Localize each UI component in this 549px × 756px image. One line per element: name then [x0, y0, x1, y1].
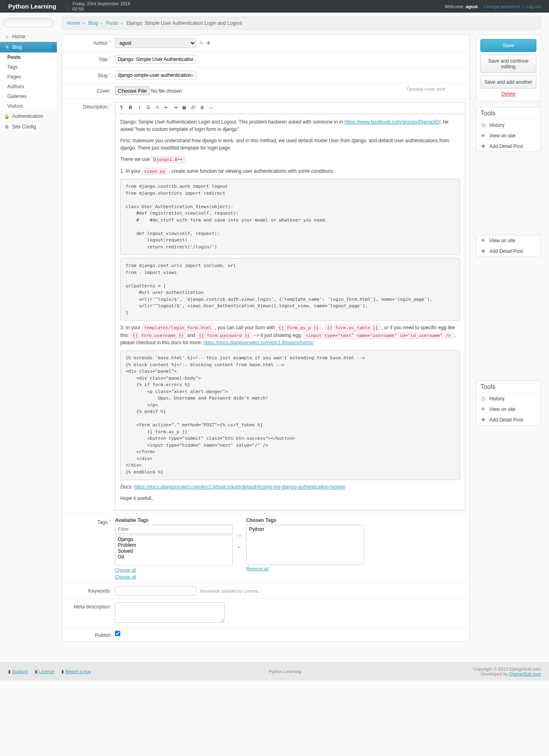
header-time: 02:59 — [72, 7, 84, 11]
clock-icon — [65, 4, 70, 9]
sidebar-item-visitors[interactable]: Visitors — [2, 101, 57, 111]
save-button[interactable]: Save — [480, 39, 536, 52]
sidebar-search — [3, 18, 54, 27]
chosen-tags-header: Chosen Tags — [246, 517, 364, 523]
footer-djangosuit-link[interactable]: DjangoSuit.com — [509, 671, 541, 676]
tools-box-2: 👁View on site ✚Add Detail Post — [476, 235, 541, 257]
docs-forms-link[interactable]: https://docs.djangoproject.com/en/1.9/to… — [204, 340, 314, 345]
breadcrumb: Home» Blog» Posts» Django: Simple User A… — [62, 17, 541, 30]
label-metadesc: Meta description: — [74, 604, 111, 610]
title-input[interactable] — [115, 55, 196, 64]
breadcrumb-current: Django: Simple User Authentication Login… — [126, 20, 242, 26]
change-password-link[interactable]: Change password — [484, 4, 520, 9]
metadesc-textarea[interactable] — [115, 602, 225, 623]
tool-add[interactable]: ✚Add Detail Post — [476, 141, 540, 152]
link-icon[interactable]: 🔗 — [189, 105, 197, 111]
breadcrumb-home[interactable]: Home — [67, 20, 80, 26]
choose-all-link-2[interactable]: Choose all — [115, 574, 136, 579]
save-continue-button[interactable]: Save and continue editing — [480, 54, 536, 73]
arrow-right-icon[interactable]: → — [237, 533, 242, 539]
code-block-3: {% extends 'base.html' %}<!-- this just … — [120, 350, 460, 480]
label-slug: Slug: — [98, 73, 109, 78]
italic-icon[interactable]: I — [135, 105, 144, 111]
tool-history[interactable]: ◷History — [476, 120, 540, 130]
save-add-button[interactable]: Save and add another — [480, 76, 536, 89]
bold-icon[interactable]: B — [126, 105, 135, 111]
tool-view-3[interactable]: 👁View on site — [476, 404, 540, 415]
choose-all-link[interactable]: Choose all — [115, 567, 136, 572]
hr-icon[interactable]: — — [206, 105, 215, 111]
label-description: Description: — [83, 104, 109, 110]
breadcrumb-blog[interactable]: Blog — [88, 20, 98, 26]
choose-file-button[interactable]: Choose File — [115, 87, 150, 95]
footer-licence-link[interactable]: Licence — [39, 669, 54, 674]
search-input[interactable] — [3, 18, 54, 27]
fb-link[interactable]: https://www.facebook.com/groups/DjangoID… — [344, 119, 440, 125]
pencil-icon[interactable]: ✎ — [199, 40, 203, 46]
tool-view-2[interactable]: 👁View on site — [476, 235, 540, 246]
image-icon[interactable]: ▦ — [180, 105, 189, 111]
slug-input[interactable] — [115, 71, 196, 80]
remove-all-link[interactable]: Remove all — [246, 566, 269, 571]
tool-add-3[interactable]: ✚Add Detail Post — [476, 415, 540, 425]
pilcrow-icon[interactable]: ¶ — [117, 105, 126, 111]
tool-history-3[interactable]: ◷History — [476, 393, 540, 404]
cover-help: Optional cover post — [406, 87, 445, 91]
sidebar-item-authors[interactable]: Authors — [2, 82, 57, 91]
no-file-text: No file chosen — [151, 88, 182, 94]
available-tags-list[interactable]: Django Problem Solved Git — [115, 535, 233, 566]
outdent-icon[interactable]: ⇤ — [162, 105, 171, 111]
breadcrumb-posts[interactable]: Posts — [106, 20, 118, 26]
lock-icon: 🔒 — [4, 114, 10, 119]
tool-view[interactable]: 👁View on site — [476, 130, 540, 141]
logout-link[interactable]: Log out — [526, 4, 541, 9]
plus-icon[interactable]: ✚ — [206, 40, 210, 46]
arrow-left-icon[interactable]: ← — [237, 544, 242, 550]
keywords-input[interactable] — [115, 587, 196, 595]
rich-text-editor: ¶ B I ☰ ≡ ⇤ ⇥ ▦ 🔗 ≣ — — [115, 102, 465, 511]
sidebar-item-galleries[interactable]: Galleries — [2, 91, 57, 101]
sidebar-item-blog[interactable]: ✎Blog — [0, 42, 57, 52]
publish-checkbox[interactable] — [115, 631, 120, 636]
keywords-help: Keywords sparate by comma. — [200, 589, 259, 593]
docs-auth-link[interactable]: https://docs.djangoproject.com/en/1.9/to… — [134, 484, 345, 490]
action-buttons-box: Save Save and continue editing Save and … — [476, 35, 541, 101]
list-ol-icon[interactable]: ≡ — [153, 105, 162, 111]
tools-header: Tools — [476, 107, 540, 120]
chosen-tags-list[interactable]: Python — [246, 525, 364, 565]
tool-add-2[interactable]: ✚Add Detail Post — [476, 246, 540, 256]
bookmark-icon: ▮ — [8, 669, 11, 674]
tools-box-1: Tools ◷History 👁View on site ✚Add Detail… — [476, 107, 541, 152]
label-tags: Tags: — [97, 519, 109, 525]
delete-link[interactable]: Delete — [501, 91, 516, 97]
code-block-2: from django.conf.urls import include, ur… — [120, 258, 460, 321]
indent-icon[interactable]: ⇥ — [171, 105, 180, 111]
code-block-1: from django.contrib.auth import logout f… — [120, 179, 460, 255]
sidebar-item-home[interactable]: ⌂Home — [0, 31, 57, 42]
tag-filter-input[interactable] — [115, 525, 233, 534]
footer-report-link[interactable]: Report a bug — [65, 669, 91, 674]
form-area: Author:* agust ✎ ✚ Title:* Slug:* — [62, 35, 470, 642]
eye-icon: 👁 — [480, 133, 486, 139]
align-icon[interactable]: ≣ — [197, 105, 206, 111]
editor-body[interactable]: Django: Simple User Authentication Login… — [115, 114, 465, 510]
brand-title: Python Learning — [8, 3, 56, 10]
footer-support-link[interactable]: Support — [12, 669, 28, 674]
label-keywords: Keywords: — [88, 588, 111, 594]
sidebar-item-posts[interactable]: Posts — [2, 52, 57, 62]
author-select[interactable]: agust — [115, 38, 196, 48]
home-icon: ⌂ — [4, 34, 10, 39]
sidebar-item-authentication[interactable]: 🔒Authentication — [0, 111, 57, 122]
clock-icon: ◷ — [480, 122, 486, 128]
clock-icon: ◷ — [480, 396, 486, 402]
available-tags-header: Available Tags — [115, 517, 233, 523]
sidebar-item-pages[interactable]: Pages — [2, 72, 57, 82]
label-cover: Cover: — [97, 88, 111, 94]
welcome-text: Welcome, agust. — [445, 4, 479, 9]
list-ul-icon[interactable]: ☰ — [144, 105, 153, 111]
label-publish: Publish — [95, 632, 111, 638]
sidebar-item-tags[interactable]: Tags — [2, 62, 57, 72]
footer-center: Python Learning — [97, 669, 473, 674]
plus-icon: ✚ — [480, 143, 486, 149]
sidebar-item-siteconfig[interactable]: ⚙Site Config — [0, 122, 57, 132]
